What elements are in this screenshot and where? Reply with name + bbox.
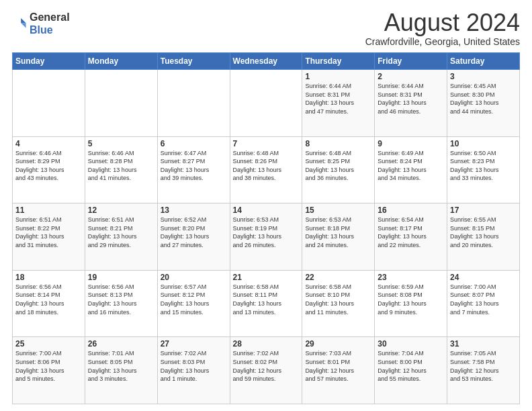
day-header-tuesday: Tuesday (157, 53, 230, 70)
calendar-cell: 31Sunrise: 7:05 AM Sunset: 7:58 PM Dayli… (447, 337, 520, 404)
day-info: Sunrise: 6:51 AM Sunset: 8:22 PM Dayligh… (15, 216, 82, 249)
day-number: 15 (305, 205, 371, 215)
day-header-wednesday: Wednesday (230, 53, 302, 70)
header: General Blue August 2024 Crawfordville, … (12, 11, 520, 47)
day-info: Sunrise: 6:58 AM Sunset: 8:10 PM Dayligh… (305, 283, 371, 316)
day-number: 8 (305, 139, 371, 148)
calendar-cell: 18Sunrise: 6:56 AM Sunset: 8:14 PM Dayli… (13, 270, 85, 337)
day-number: 19 (88, 273, 154, 282)
day-number: 3 (450, 72, 517, 81)
day-number: 17 (450, 205, 517, 215)
day-info: Sunrise: 6:56 AM Sunset: 8:14 PM Dayligh… (15, 283, 82, 316)
day-info: Sunrise: 7:02 AM Sunset: 8:03 PM Dayligh… (161, 349, 227, 383)
calendar-cell (157, 70, 230, 137)
logo: General Blue (12, 11, 70, 36)
day-info: Sunrise: 6:51 AM Sunset: 8:21 PM Dayligh… (88, 216, 154, 249)
calendar-cell: 4Sunrise: 6:46 AM Sunset: 8:29 PM Daylig… (13, 136, 85, 203)
day-number: 28 (233, 339, 300, 349)
day-info: Sunrise: 7:03 AM Sunset: 8:01 PM Dayligh… (305, 349, 371, 383)
day-number: 9 (378, 139, 444, 148)
day-number: 1 (305, 72, 371, 81)
day-number: 25 (15, 339, 82, 349)
calendar-cell: 26Sunrise: 7:01 AM Sunset: 8:05 PM Dayli… (85, 337, 157, 404)
calendar-week-5: 25Sunrise: 7:00 AM Sunset: 8:06 PM Dayli… (13, 337, 520, 404)
day-info: Sunrise: 6:55 AM Sunset: 8:15 PM Dayligh… (450, 216, 517, 249)
day-number: 10 (450, 139, 517, 148)
calendar-cell: 6Sunrise: 6:47 AM Sunset: 8:27 PM Daylig… (157, 136, 230, 203)
day-info: Sunrise: 6:48 AM Sunset: 8:26 PM Dayligh… (233, 149, 300, 183)
day-number: 16 (378, 205, 444, 215)
day-info: Sunrise: 6:52 AM Sunset: 8:20 PM Dayligh… (161, 216, 227, 249)
day-info: Sunrise: 7:02 AM Sunset: 8:02 PM Dayligh… (233, 349, 300, 383)
day-number: 13 (161, 205, 227, 215)
page: General Blue August 2024 Crawfordville, … (0, 0, 532, 411)
calendar-cell: 27Sunrise: 7:02 AM Sunset: 8:03 PM Dayli… (157, 337, 230, 404)
calendar-cell: 24Sunrise: 7:00 AM Sunset: 8:07 PM Dayli… (447, 270, 520, 337)
logo-text: General Blue (30, 11, 70, 36)
calendar-cell: 2Sunrise: 6:44 AM Sunset: 8:31 PM Daylig… (375, 70, 447, 137)
calendar-cell: 23Sunrise: 6:59 AM Sunset: 8:08 PM Dayli… (375, 270, 447, 337)
day-number: 18 (15, 273, 82, 282)
calendar-cell: 1Sunrise: 6:44 AM Sunset: 8:31 PM Daylig… (302, 70, 375, 137)
calendar-cell: 30Sunrise: 7:04 AM Sunset: 8:00 PM Dayli… (375, 337, 447, 404)
calendar-cell: 13Sunrise: 6:52 AM Sunset: 8:20 PM Dayli… (157, 203, 230, 271)
day-number: 22 (305, 273, 371, 282)
day-number: 4 (15, 139, 82, 148)
calendar-cell: 12Sunrise: 6:51 AM Sunset: 8:21 PM Dayli… (85, 203, 157, 271)
day-info: Sunrise: 6:45 AM Sunset: 8:30 PM Dayligh… (450, 82, 517, 116)
day-info: Sunrise: 6:57 AM Sunset: 8:12 PM Dayligh… (161, 283, 227, 316)
day-number: 29 (305, 339, 371, 349)
calendar-cell: 19Sunrise: 6:56 AM Sunset: 8:13 PM Dayli… (85, 270, 157, 337)
calendar-cell: 8Sunrise: 6:48 AM Sunset: 8:25 PM Daylig… (302, 136, 375, 203)
calendar-week-2: 4Sunrise: 6:46 AM Sunset: 8:29 PM Daylig… (13, 136, 520, 203)
day-info: Sunrise: 6:53 AM Sunset: 8:18 PM Dayligh… (305, 216, 371, 249)
day-info: Sunrise: 7:01 AM Sunset: 8:05 PM Dayligh… (88, 349, 154, 383)
day-info: Sunrise: 6:53 AM Sunset: 8:19 PM Dayligh… (233, 216, 300, 249)
day-info: Sunrise: 6:56 AM Sunset: 8:13 PM Dayligh… (88, 283, 154, 316)
day-number: 11 (15, 205, 82, 215)
calendar-cell (13, 70, 85, 137)
calendar-cell (85, 70, 157, 137)
day-number: 6 (161, 139, 227, 148)
calendar-week-1: 1Sunrise: 6:44 AM Sunset: 8:31 PM Daylig… (13, 70, 520, 137)
day-header-thursday: Thursday (302, 53, 375, 70)
day-info: Sunrise: 6:49 AM Sunset: 8:24 PM Dayligh… (378, 149, 444, 183)
day-number: 21 (233, 273, 300, 282)
day-info: Sunrise: 6:48 AM Sunset: 8:25 PM Dayligh… (305, 149, 371, 183)
day-info: Sunrise: 6:46 AM Sunset: 8:29 PM Dayligh… (15, 149, 82, 183)
calendar-cell (230, 70, 302, 137)
day-number: 24 (450, 273, 517, 282)
calendar-cell: 16Sunrise: 6:54 AM Sunset: 8:17 PM Dayli… (375, 203, 447, 271)
day-info: Sunrise: 6:44 AM Sunset: 8:31 PM Dayligh… (378, 82, 444, 116)
day-info: Sunrise: 7:00 AM Sunset: 8:07 PM Dayligh… (450, 283, 517, 316)
day-number: 20 (161, 273, 227, 282)
calendar-cell: 20Sunrise: 6:57 AM Sunset: 8:12 PM Dayli… (157, 270, 230, 337)
day-number: 12 (88, 205, 154, 215)
day-info: Sunrise: 6:58 AM Sunset: 8:11 PM Dayligh… (233, 283, 300, 316)
calendar-cell: 22Sunrise: 6:58 AM Sunset: 8:10 PM Dayli… (302, 270, 375, 337)
calendar-cell: 29Sunrise: 7:03 AM Sunset: 8:01 PM Dayli… (302, 337, 375, 404)
day-info: Sunrise: 7:05 AM Sunset: 7:58 PM Dayligh… (450, 349, 517, 383)
location: Crawfordville, Georgia, United States (365, 36, 520, 47)
calendar-cell: 25Sunrise: 7:00 AM Sunset: 8:06 PM Dayli… (13, 337, 85, 404)
day-info: Sunrise: 7:00 AM Sunset: 8:06 PM Dayligh… (15, 349, 82, 383)
calendar-cell: 5Sunrise: 6:46 AM Sunset: 8:28 PM Daylig… (85, 136, 157, 203)
logo-blue: Blue (30, 24, 53, 36)
day-info: Sunrise: 6:44 AM Sunset: 8:31 PM Dayligh… (305, 82, 371, 116)
day-number: 14 (233, 205, 300, 215)
day-header-saturday: Saturday (447, 53, 520, 70)
calendar-cell: 28Sunrise: 7:02 AM Sunset: 8:02 PM Dayli… (230, 337, 302, 404)
day-info: Sunrise: 6:59 AM Sunset: 8:08 PM Dayligh… (378, 283, 444, 316)
day-number: 30 (378, 339, 444, 349)
calendar-cell: 10Sunrise: 6:50 AM Sunset: 8:23 PM Dayli… (447, 136, 520, 203)
day-number: 26 (88, 339, 154, 349)
calendar-cell: 15Sunrise: 6:53 AM Sunset: 8:18 PM Dayli… (302, 203, 375, 271)
calendar-cell: 21Sunrise: 6:58 AM Sunset: 8:11 PM Dayli… (230, 270, 302, 337)
day-number: 27 (161, 339, 227, 349)
day-info: Sunrise: 6:50 AM Sunset: 8:23 PM Dayligh… (450, 149, 517, 183)
logo-general: General (30, 11, 70, 23)
calendar-cell: 17Sunrise: 6:55 AM Sunset: 8:15 PM Dayli… (447, 203, 520, 271)
day-info: Sunrise: 7:04 AM Sunset: 8:00 PM Dayligh… (378, 349, 444, 383)
calendar-table: SundayMondayTuesdayWednesdayThursdayFrid… (12, 52, 520, 404)
day-number: 23 (378, 273, 444, 282)
